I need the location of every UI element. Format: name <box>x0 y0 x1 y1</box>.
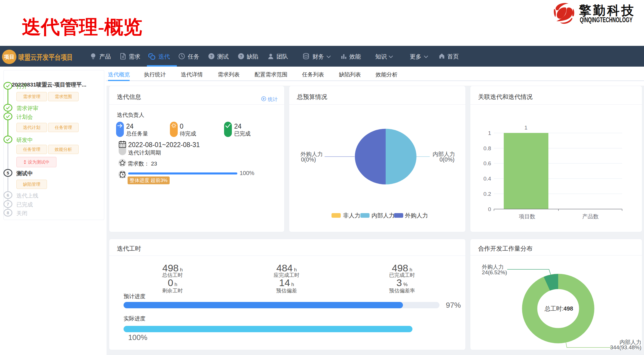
svg-text:0.2: 0.2 <box>484 191 491 197</box>
svg-text:?: ? <box>240 54 242 59</box>
svg-text:擎勤科技: 擎勤科技 <box>579 4 634 17</box>
svg-text:产品数: 产品数 <box>582 213 599 219</box>
svg-text:0(0%): 0(0%) <box>301 156 316 163</box>
svg-text:1: 1 <box>488 130 491 136</box>
svg-text:非人力: 非人力 <box>343 212 360 219</box>
svg-text:内部人力: 内部人力 <box>372 212 395 219</box>
svg-text:344(93.48%): 344(93.48%) <box>610 344 641 350</box>
svg-text:24(6.52%): 24(6.52%) <box>482 269 507 275</box>
svg-text:0.8: 0.8 <box>484 145 491 151</box>
svg-text:外购人力: 外购人力 <box>482 264 504 270</box>
svg-text:0.4: 0.4 <box>484 176 491 182</box>
svg-text:1: 1 <box>524 125 528 131</box>
svg-text:外购人力: 外购人力 <box>405 212 428 219</box>
svg-text:0: 0 <box>488 206 491 212</box>
svg-text:?: ? <box>210 54 213 59</box>
svg-text:QINQINGTECHNOLOGY: QINQINGTECHNOLOGY <box>580 16 632 24</box>
svg-text:总工时:498: 总工时:498 <box>544 305 573 312</box>
svg-text:0(0%): 0(0%) <box>440 156 454 163</box>
svg-text:项目数: 项目数 <box>519 213 535 219</box>
svg-text:0.6: 0.6 <box>484 160 491 166</box>
